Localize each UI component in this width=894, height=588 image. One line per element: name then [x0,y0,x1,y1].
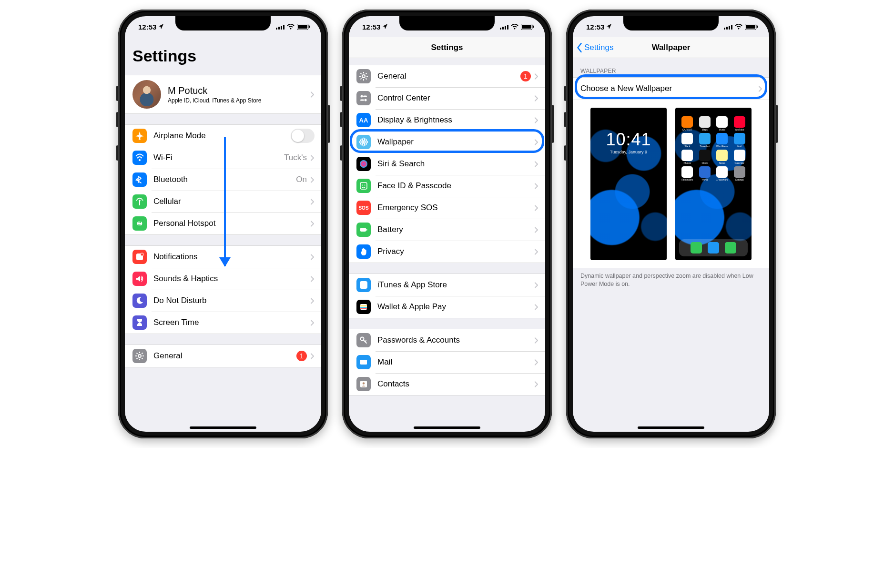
screen-2: 12:53 Settings General1Control CenterDis… [349,16,545,432]
back-label: Settings [584,43,613,52]
chevron-icon [535,359,538,365]
home-app-slack: Slack [679,133,696,148]
battery-icon [521,24,534,30]
gear-icon [132,349,147,363]
antenna-icon [132,194,147,209]
wallpaper-footer-note: Dynamic wallpaper and perspective zoom a… [573,268,769,292]
wifi-icon [511,24,518,30]
row-bluetooth[interactable]: BluetoothOn [125,169,321,191]
chevron-icon [535,205,538,211]
row-cellular[interactable]: Cellular [125,191,321,213]
home-app-reminders: Reminders [679,166,696,181]
row-wi-fi[interactable]: Wi-FiTuck's [125,147,321,169]
row-do-not-disturb[interactable]: Do Not Disturb [125,290,321,312]
notif-icon [132,250,147,264]
scroll-down-annotation [224,137,226,266]
siri-icon [356,157,371,171]
home-indicator[interactable] [414,426,480,429]
link-icon [132,216,147,231]
toggle-airplane-mode[interactable] [291,129,315,143]
dock-app [725,242,736,253]
home-app-clock: Clock [697,150,713,164]
badge: 1 [296,351,307,361]
row-battery[interactable]: Battery [349,219,545,241]
status-time: 12:53 [362,23,380,31]
switches-icon [356,91,371,105]
row-label: Battery [377,225,535,234]
row-wallet-apple-pay[interactable]: Wallet & Apple Pay [349,296,545,318]
home-app-notes: Notes [714,150,731,164]
row-screen-time[interactable]: Screen Time [125,312,321,334]
row-wallpaper[interactable]: Wallpaper [349,131,545,153]
chevron-icon [311,254,315,260]
signal-icon [276,24,284,30]
row-passwords-accounts[interactable]: Passwords & Accounts [349,329,545,351]
airplane-icon [132,129,147,143]
hourglass-icon [132,315,147,330]
home-app-tweetbot: Tweetbot [697,133,713,148]
chevron-icon [535,227,538,233]
row-personal-hotspot[interactable]: Personal Hotspot [125,213,321,234]
home-indicator[interactable] [190,426,256,429]
row-display-brightness[interactable]: Display & Brightness [349,109,545,131]
row-label: General [153,351,296,361]
row-siri-search[interactable]: Siri & Search [349,153,545,175]
chevron-icon [311,298,315,304]
home-indicator[interactable] [638,426,704,429]
row-face-id-passcode[interactable]: Face ID & Passcode [349,175,545,197]
row-label: Screen Time [153,318,311,327]
settings-scrolled-content: General1Control CenterDisplay & Brightne… [349,58,545,432]
contacts-icon [356,377,371,391]
aa-icon [356,113,371,127]
appstore-icon [356,278,371,292]
home-app-calendar: Calendar [731,150,748,164]
row-label: Siri & Search [377,159,535,169]
wifi-icon [132,151,147,165]
profile-name: M Potuck [168,85,311,96]
signal-icon [724,24,732,30]
nav-bar-2: Settings [349,37,545,58]
chevron-icon [535,95,538,101]
battery-icon [297,24,310,30]
row-itunes-app-store[interactable]: iTunes & App Store [349,274,545,296]
phone-frame-3: 12:53 Settings Wallpaper WALLPAPER Choo [566,10,776,438]
avatar [132,80,161,109]
home-screen-preview[interactable]: CARROTMapsMusicYouTubeSlackTweetbotWordP… [675,108,752,260]
row-emergency-sos[interactable]: SOSEmergency SOS [349,197,545,219]
chevron-icon [535,381,538,387]
notch-3 [623,16,719,30]
screen-1: 12:53 Settings M Potuck Apple ID, iCloud… [125,16,321,432]
chevron-icon [535,304,538,310]
envelope-icon [356,355,371,369]
chevron-icon [759,86,762,92]
row-general[interactable]: General1 [349,65,545,87]
nav-bar-3: Settings Wallpaper [573,37,769,58]
row-privacy[interactable]: Privacy [349,241,545,263]
chevron-icon [311,177,315,183]
row-label: Passwords & Accounts [377,335,535,345]
back-button[interactable]: Settings [577,37,613,58]
signal-icon [500,24,508,30]
group-choose: Choose a New Wallpaper [573,77,769,100]
apple-id-row[interactable]: M Potuck Apple ID, iCloud, iTunes & App … [125,75,321,113]
row-sounds-haptics[interactable]: Sounds & Haptics [125,268,321,290]
row-label: Wallet & Apple Pay [377,302,535,312]
group-accounts: Passwords & AccountsMailContacts [349,329,545,395]
flower-icon [356,135,371,149]
dock-app [708,242,719,253]
choose-label: Choose a New Wallpaper [580,84,759,93]
location-icon [382,24,388,30]
row-general[interactable]: General1 [125,345,321,367]
row-airplane-mode[interactable]: Airplane Mode [125,125,321,147]
row-label: Contacts [377,379,535,389]
choose-new-wallpaper-row[interactable]: Choose a New Wallpaper [573,78,769,100]
row-contacts[interactable]: Contacts [349,373,545,395]
row-control-center[interactable]: Control Center [349,87,545,109]
nav-title: Settings [431,43,463,52]
bluetooth-icon [132,172,147,187]
row-mail[interactable]: Mail [349,351,545,373]
home-app-youtube: YouTube [731,116,748,131]
home-app-1password: 1Password [714,166,731,181]
row-label: General [377,71,520,81]
lock-screen-preview[interactable]: 10:41 Tuesday, January 9 [590,108,667,260]
